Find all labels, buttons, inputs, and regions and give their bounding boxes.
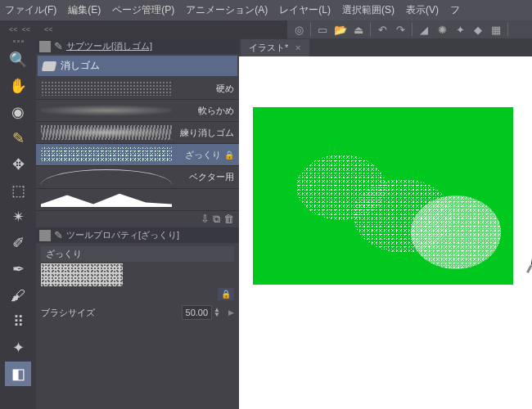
lock-icon: 🔒 [224,151,234,160]
lock-icon[interactable]: 🔒 [218,288,234,300]
eraser-group-label: 消しゴム [61,59,100,73]
pen-icon: ✎ [54,229,63,241]
brush-item-kneaded[interactable]: 練り消しゴム [36,122,239,144]
menu-icon[interactable] [39,41,51,52]
property-header: ✎ ツールプロパティ[ざっくり] [36,227,239,243]
save-icon[interactable]: ⏏ [350,22,367,37]
property-body: ざっくり 🔒 ブラシサイズ 50.00 ▲▼ ▶ [36,243,239,323]
brush-size-stepper[interactable]: ▲▼ [214,308,220,317]
canvas[interactable] [239,56,532,409]
menu-edit[interactable]: 編集(E) [68,3,101,17]
more-icon[interactable] [512,22,528,37]
sparkle-tool[interactable]: ✦ [5,335,31,360]
menu-layer[interactable]: レイヤー(L) [279,3,331,17]
swirl-icon[interactable]: ◎ [291,22,307,37]
panel-collapse-left[interactable]: << << [0,20,39,38]
pen-tool[interactable]: ✒ [5,257,31,281]
green-layer [253,107,513,285]
brush-item-rough[interactable]: ざっくり🔒 [36,144,239,166]
move-tool[interactable]: ✥ [5,152,31,177]
hand-tool[interactable]: ✋ [5,74,31,98]
menu-icon[interactable] [39,230,51,241]
menu-view[interactable]: 表示(V) [406,3,439,17]
erase-icon[interactable]: ◢ [416,22,432,37]
tab-label: イラスト* [249,42,288,54]
pencil-tool[interactable]: ✎ [5,126,31,151]
brush-item-vector[interactable]: ベクター用 [36,166,239,189]
brush-size-value[interactable]: 50.00 [182,305,213,320]
brush-size-slider-icon[interactable]: ▶ [228,308,234,317]
pen-icon: ✎ [54,40,63,52]
brush-item-hard[interactable]: 硬め [36,78,239,100]
canvas-area: イラスト* ✕ [239,38,532,409]
eyedropper-tool[interactable]: ✐ [5,231,31,255]
property-brush-name: ざっくり [41,246,234,262]
menu-file[interactable]: ファイル(F) [5,3,56,17]
eraser-tool[interactable]: ◧ [5,362,31,386]
brush-tool[interactable]: 🖌 [5,283,31,308]
menu-animation[interactable]: アニメーション(A) [186,3,268,17]
marquee-tool[interactable]: ⬚ [5,178,31,203]
brush-list: 硬め 軟らかめ 練り消しゴム ざっくり🔒 ベクター用 [36,78,239,211]
subtool-header: ✎ サブツール[消しゴム] [36,38,239,54]
brush-item-soft[interactable]: 軟らかめ [36,100,239,122]
eraser-group[interactable]: 消しゴム [38,56,237,76]
delete-icon[interactable]: 🗑 [223,213,234,226]
palette-handle[interactable] [6,40,30,43]
brush-size-label: ブラシサイズ [41,307,95,319]
command-bar: ◎ ▭ 📂 ⏏ ↶ ↷ ◢ ✺ ✦ ◆ ▦ [287,20,532,38]
menu-page[interactable]: ページ管理(P) [112,3,174,17]
undo-icon[interactable]: ↶ [374,22,390,37]
eraser-icon [42,61,57,71]
property-title: ツールプロパティ[ざっくり] [66,229,179,241]
effect-icon[interactable]: ✦ [452,22,468,37]
panel-collapse-mid[interactable]: << [39,20,287,38]
magnifier-tool[interactable]: 🔍 [5,47,31,72]
menu-bar: ファイル(F) 編集(E) ページ管理(P) アニメーション(A) レイヤー(L… [0,0,532,20]
bucket-icon[interactable]: ◆ [470,22,486,37]
brush-item-extra[interactable] [36,189,239,211]
document-tabs: イラスト* ✕ [239,38,532,56]
menu-selection[interactable]: 選択範囲(S) [342,3,394,17]
side-panel: ✎ サブツール[消しゴム] 消しゴム 硬め 軟らかめ 練り消しゴム ざっくり🔒 … [36,38,239,409]
close-icon[interactable]: ✕ [295,43,301,52]
stylus-pen [519,60,532,277]
adjust-icon[interactable]: ✺ [434,22,450,37]
new-icon[interactable]: ▭ [314,22,331,37]
open-icon[interactable]: 📂 [332,22,349,37]
subtool-title: サブツール[消しゴム] [66,40,152,52]
redo-icon[interactable]: ↷ [392,22,408,37]
lasso-tool[interactable]: ◉ [5,100,31,124]
subtool-actions: ⇩ ⧉ 🗑 [36,211,239,227]
import-icon[interactable]: ⇩ [201,213,210,226]
wand-tool[interactable]: ✴ [5,204,31,229]
tool-palette: 🔍 ✋ ◉ ✎ ✥ ⬚ ✴ ✐ ✒ 🖌 ⠿ ✦ ◧ [0,38,36,409]
brush-preview [41,263,123,286]
tab-illustration[interactable]: イラスト* ✕ [241,39,309,56]
airbrush-tool[interactable]: ⠿ [5,309,31,334]
menu-more[interactable]: フ [450,3,460,17]
tone-icon[interactable]: ▦ [488,22,504,37]
duplicate-icon[interactable]: ⧉ [213,213,220,226]
